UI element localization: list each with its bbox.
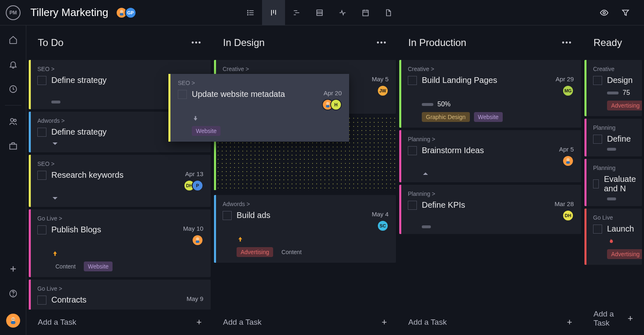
column-title[interactable]: In Production [408, 37, 466, 48]
complete-checkbox[interactable] [178, 90, 187, 99]
task-breadcrumb[interactable]: Go Live [593, 214, 635, 221]
assignee-avatars[interactable]: DH [554, 210, 574, 221]
complete-checkbox[interactable] [37, 296, 46, 305]
column-body[interactable]: CreativeDesign75AdvertisingPlanningDefin… [584, 60, 642, 302]
add-task-button[interactable]: Add a Task+ [214, 310, 396, 335]
task-title[interactable]: Define strategy [51, 76, 107, 85]
task-breadcrumb[interactable]: Go Live > [37, 285, 203, 292]
task-breadcrumb[interactable]: Go Live > [37, 215, 203, 222]
task-card[interactable]: Creative >Build Landing PagesApr 29MG50%… [399, 60, 581, 128]
task-card[interactable]: PlanningEvaluate and N [584, 159, 642, 206]
task-title[interactable]: Define KPIs [422, 200, 465, 210]
home-icon[interactable] [9, 35, 18, 44]
task-title[interactable]: Brainstorm Ideas [422, 146, 484, 155]
add-task-button[interactable]: Add a Task+ [399, 310, 581, 335]
task-breadcrumb[interactable]: SEO > [178, 80, 342, 86]
tag[interactable]: Website [192, 126, 221, 136]
files-view-tab[interactable] [377, 0, 400, 25]
filter-icon[interactable] [621, 8, 630, 17]
task-breadcrumb[interactable]: SEO > [37, 66, 203, 72]
task-breadcrumb[interactable]: Creative [593, 66, 635, 72]
add-task-button[interactable]: Add a Task+ [584, 302, 642, 335]
tag[interactable]: Content [277, 247, 306, 257]
task-card[interactable]: Planning >Define KPIsMar 28DH [399, 185, 581, 234]
task-breadcrumb[interactable]: Creative > [408, 66, 574, 72]
task-card[interactable]: Planning >Brainstorm IdeasApr 5 [399, 130, 581, 182]
assignee-avatars[interactable]: MG [556, 85, 574, 96]
assignee-avatars[interactable] [559, 155, 574, 167]
assignee-avatars[interactable]: DHP [185, 180, 203, 191]
task-title[interactable]: Publish Blogs [51, 225, 101, 234]
assignee-avatars[interactable]: JW [372, 85, 389, 96]
task-title[interactable]: Update website metadata [192, 89, 285, 99]
complete-checkbox[interactable] [593, 76, 602, 85]
tag[interactable]: Advertising [607, 101, 642, 110]
current-user-avatar[interactable] [6, 314, 20, 328]
complete-checkbox[interactable] [223, 211, 232, 220]
calendar-view-tab[interactable] [354, 0, 377, 25]
task-breadcrumb[interactable]: Planning [593, 124, 635, 131]
kanban-board[interactable]: To Do•••SEO >Define strategyApr 11JWAdwo… [26, 25, 644, 335]
column-menu-icon[interactable]: ••• [191, 39, 202, 47]
task-title[interactable]: Build ads [237, 211, 270, 220]
complete-checkbox[interactable] [593, 135, 602, 144]
assignee-avatars[interactable]: SC [372, 220, 389, 232]
complete-checkbox[interactable] [37, 225, 46, 234]
task-card[interactable]: PlanningDefine [584, 119, 642, 156]
column-body[interactable]: Creative >Build Landing PagesApr 29MG50%… [399, 60, 581, 310]
column-menu-icon[interactable]: ••• [562, 39, 572, 47]
help-icon[interactable] [9, 289, 18, 298]
task-card[interactable]: SEO >Research keywordsApr 13DHP [29, 155, 211, 207]
task-breadcrumb[interactable]: SEO > [37, 161, 203, 167]
recent-icon[interactable] [9, 85, 18, 94]
activity-view-tab[interactable] [331, 0, 354, 25]
assignee-avatars[interactable] [183, 234, 203, 246]
visibility-icon[interactable] [600, 8, 609, 17]
list-view-tab[interactable] [239, 0, 262, 25]
task-title[interactable]: Build Landing Pages [422, 76, 497, 85]
notifications-icon[interactable] [9, 60, 18, 69]
task-title[interactable]: Contracts [51, 295, 87, 305]
tag[interactable]: Content [51, 262, 80, 271]
gantt-view-tab[interactable] [285, 0, 308, 25]
tag[interactable]: Advertising [237, 247, 273, 257]
dragging-card[interactable]: SEO >Update website metadataApr 20HWebsi… [168, 74, 349, 142]
task-card[interactable]: Go Live >ContractsMay 9 [29, 280, 211, 310]
complete-checkbox[interactable] [593, 225, 602, 234]
task-breadcrumb[interactable]: Planning > [408, 136, 574, 142]
complete-checkbox[interactable] [408, 76, 417, 85]
task-card[interactable]: Go Live >Publish BlogsMay 10ContentWebsi… [29, 209, 211, 277]
assignee-avatars[interactable]: H [324, 99, 342, 110]
team-icon[interactable] [9, 117, 18, 126]
member-avatars[interactable]: GP [118, 7, 136, 18]
task-title[interactable]: Launch [607, 224, 634, 234]
add-task-button[interactable]: Add a Task+ [29, 310, 211, 335]
column-menu-icon[interactable]: ••• [377, 39, 387, 47]
task-card[interactable]: Go LiveLaunchAdvertising [584, 209, 642, 265]
task-title[interactable]: Design [607, 76, 632, 85]
column-title[interactable]: Ready [593, 37, 622, 48]
sheet-view-tab[interactable] [308, 0, 331, 25]
tag[interactable]: Website [84, 262, 113, 271]
complete-checkbox[interactable] [37, 171, 46, 180]
task-card[interactable]: CreativeDesign75Advertising [584, 60, 642, 116]
task-breadcrumb[interactable]: Adwords > [223, 201, 389, 207]
complete-checkbox[interactable] [37, 128, 46, 137]
tag[interactable]: Advertising [607, 249, 642, 259]
task-breadcrumb[interactable]: Planning > [408, 190, 574, 197]
task-breadcrumb[interactable]: Planning [593, 165, 635, 171]
add-icon[interactable] [9, 264, 18, 273]
complete-checkbox[interactable] [408, 146, 417, 155]
portfolio-icon[interactable] [9, 142, 18, 151]
complete-checkbox[interactable] [408, 201, 417, 210]
complete-checkbox[interactable] [593, 179, 599, 188]
task-title[interactable]: Define strategy [51, 127, 107, 137]
task-card[interactable]: Adwords >Build adsMay 4SCAdvertisingCont… [214, 195, 396, 263]
project-title[interactable]: Tillery Marketing [30, 6, 108, 19]
task-title[interactable]: Research keywords [51, 170, 124, 180]
task-title[interactable]: Define [607, 134, 631, 144]
tag[interactable]: Website [474, 112, 503, 122]
app-logo[interactable]: PM [6, 5, 21, 20]
column-title[interactable]: In Design [223, 37, 264, 48]
task-breadcrumb[interactable]: Creative > [223, 66, 389, 72]
